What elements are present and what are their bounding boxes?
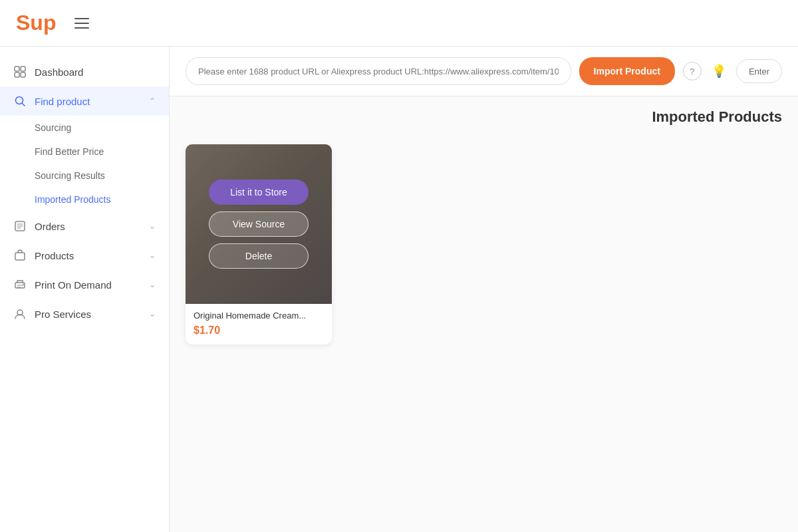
enter-button[interactable]: Enter (736, 59, 782, 83)
find-product-icon (13, 94, 27, 108)
product-card-overlay: List it to Store View Source Delete (186, 144, 332, 304)
sidebar-item-label: Dashboard (35, 66, 156, 78)
page-title: Imported Products (170, 96, 798, 131)
svg-rect-1 (21, 66, 25, 71)
product-image-wrapper: List it to Store View Source Delete (186, 144, 332, 304)
sidebar-item-pro-services[interactable]: Pro Services ⌄ (0, 299, 169, 329)
sidebar-item-find-product[interactable]: Find product ⌃ (0, 86, 169, 116)
main-layout: Dashboard Find product ⌃ Sourcing Find B… (0, 47, 798, 532)
main-toolbar: Import Product ? 💡 Enter (170, 47, 798, 96)
sub-item-sourcing[interactable]: Sourcing (0, 116, 169, 140)
svg-rect-6 (15, 253, 25, 260)
svg-point-4 (16, 97, 23, 104)
sidebar-item-print-on-demand[interactable]: Print On Demand ⌄ (0, 270, 169, 299)
product-info: Original Homemade Cream... $1.70 (186, 304, 332, 344)
sidebar-item-label: Orders (35, 221, 141, 232)
chevron-down-icon: ⌄ (149, 221, 156, 231)
sidebar-item-orders[interactable]: Orders ⌄ (0, 211, 169, 241)
svg-rect-2 (15, 72, 19, 77)
sub-item-imported-products[interactable]: Imported Products (0, 188, 169, 211)
delete-button[interactable]: Delete (209, 243, 309, 269)
product-card: List it to Store View Source Delete Orig… (186, 144, 332, 344)
menu-toggle[interactable] (72, 15, 92, 31)
sidebar: Dashboard Find product ⌃ Sourcing Find B… (0, 47, 170, 532)
view-source-button[interactable]: View Source (209, 211, 309, 237)
bulb-icon[interactable]: 💡 (710, 62, 728, 80)
help-icon[interactable]: ? (683, 62, 702, 80)
pro-services-icon (13, 307, 27, 321)
dashboard-icon (13, 65, 27, 78)
url-input[interactable] (186, 57, 571, 85)
import-product-button[interactable]: Import Product (579, 57, 675, 85)
sidebar-item-dashboard[interactable]: Dashboard (0, 57, 169, 86)
sidebar-item-label: Products (35, 250, 141, 261)
sub-item-find-better-price[interactable]: Find Better Price (0, 140, 169, 164)
sidebar-item-label: Print On Demand (35, 279, 141, 291)
chevron-down-icon: ⌄ (149, 251, 156, 260)
product-name: Original Homemade Cream... (194, 311, 324, 321)
print-icon (13, 278, 27, 291)
svg-rect-3 (21, 72, 25, 77)
app-logo: Sup (16, 11, 56, 35)
main-content: Import Product ? 💡 Enter Imported Produc… (170, 47, 798, 532)
sidebar-item-products[interactable]: Products ⌄ (0, 241, 169, 270)
content-area: List it to Store View Source Delete Orig… (170, 131, 798, 358)
product-price: $1.70 (194, 325, 324, 336)
list-to-store-button[interactable]: List it to Store (209, 180, 309, 205)
chevron-up-icon: ⌃ (149, 96, 156, 106)
products-icon (13, 249, 27, 262)
sidebar-item-label: Find product (35, 96, 141, 107)
chevron-down-icon: ⌄ (149, 309, 156, 319)
chevron-down-icon: ⌄ (149, 280, 156, 289)
sub-item-sourcing-results[interactable]: Sourcing Results (0, 164, 169, 188)
svg-rect-0 (15, 66, 19, 71)
orders-icon (13, 219, 27, 233)
sidebar-item-label: Pro Services (35, 309, 141, 320)
app-header: Sup (0, 0, 798, 47)
svg-point-8 (23, 284, 24, 285)
